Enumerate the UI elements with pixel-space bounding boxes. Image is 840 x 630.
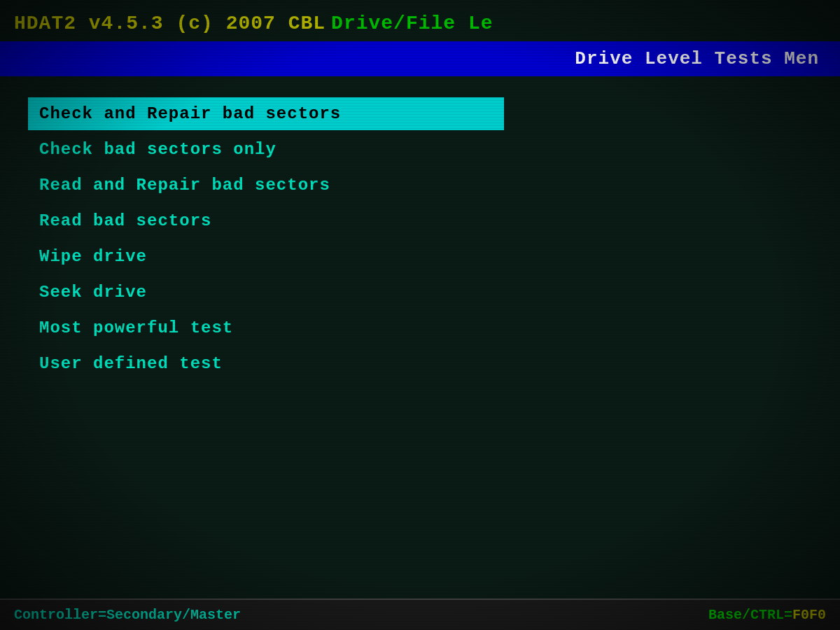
header-title-right: Drive/File Le <box>331 13 493 34</box>
menu-item-check-repair[interactable]: Check and Repair bad sectors <box>28 97 504 130</box>
status-base: Base/CTRL=F0F0 <box>708 607 826 623</box>
menu-item-read-bad[interactable]: Read bad sectors <box>28 204 840 237</box>
blue-banner: Drive Level Tests Men <box>0 41 840 76</box>
menu-item-seek-drive[interactable]: Seek drive <box>28 276 840 309</box>
menu-item-most-powerful[interactable]: Most powerful test <box>28 312 840 344</box>
header-row: HDAT2 v4.5.3 (c) 2007 CBL Drive/File Le <box>0 0 840 41</box>
menu-item-user-defined[interactable]: User defined test <box>28 347 840 380</box>
status-bar: Controller=Secondary/Master Base/CTRL=F0… <box>0 598 840 630</box>
menu-item-read-repair[interactable]: Read and Repair bad sectors <box>28 169 840 202</box>
banner-text: Drive Level Tests Men <box>575 48 819 69</box>
status-base-label: Base/CTRL= <box>708 607 792 623</box>
status-base-value: F0F0 <box>792 607 826 623</box>
menu-item-check-only[interactable]: Check bad sectors only <box>28 133 840 166</box>
status-controller: Controller=Secondary/Master <box>14 607 241 623</box>
screen: HDAT2 v4.5.3 (c) 2007 CBL Drive/File Le … <box>0 0 840 630</box>
menu-item-wipe-drive[interactable]: Wipe drive <box>28 240 840 273</box>
menu-area: Check and Repair bad sectors Check bad s… <box>0 97 840 380</box>
header-title-left: HDAT2 v4.5.3 (c) 2007 CBL <box>14 13 326 34</box>
